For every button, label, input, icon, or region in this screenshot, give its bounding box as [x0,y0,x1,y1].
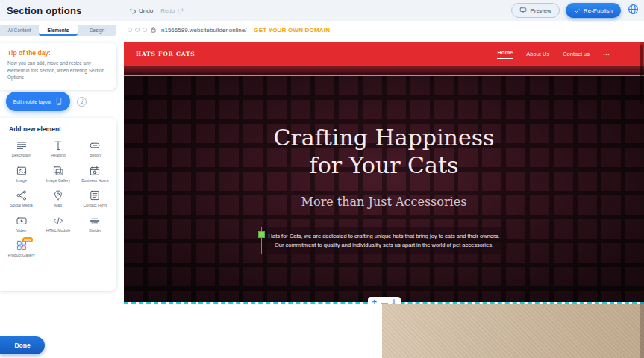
element-divider[interactable]: Divider [77,215,113,233]
element-social-media[interactable]: Social Media [3,189,40,208]
map-icon [52,189,64,201]
tip-body: Now you can add, move and resize any ele… [7,60,109,81]
description-icon [16,139,28,151]
element-image-gallery[interactable]: Image Gallery [40,165,76,183]
tab-design[interactable]: Design [78,25,116,36]
element-html-module[interactable]: HTML Module [40,215,76,233]
tip-title: Tip of the day: [7,49,109,57]
republish-button[interactable]: Re-Publish [566,3,621,18]
phone-icon [55,97,63,106]
image-icon [16,165,28,177]
element-label: Image Gallery [46,178,70,183]
sidebar: AI Content Elements Design Tip of the da… [0,21,124,358]
preview-label: Preview [530,7,551,14]
element-video[interactable]: Video [3,215,40,233]
hero-subheading[interactable]: More than Just Accessories [301,195,467,209]
social-media-icon [16,189,28,201]
get-own-domain-link[interactable]: GET YOUR OWN DOMAIN [254,27,330,34]
element-button[interactable]: Button [77,139,113,158]
element-label: Contact Form [84,203,107,208]
topbar-actions: Preview Re-Publish [511,3,640,18]
redo-button[interactable]: Redo [160,7,185,15]
scrollbar-track[interactable] [640,42,644,358]
contact-form-icon [89,189,101,201]
site-header[interactable]: Hats for Cats Home About Us Contact us ⋯ [124,42,644,66]
site-nav: Home About Us Contact us ⋯ [497,49,610,59]
tip-of-the-day-card: Tip of the day: Now you can add, move an… [0,43,116,90]
element-contact-form[interactable]: Contact Form [77,189,113,208]
edit-mobile-layout-button[interactable]: Edit mobile layout [6,92,70,111]
undo-icon [128,7,137,15]
element-label: Video [16,228,26,233]
video-icon [16,215,28,227]
language-globe-button[interactable] [627,3,640,18]
heading-icon [52,139,64,151]
new-badge: NEW [22,237,33,242]
hero-body-text: Hats for Cats, we are dedicated to craft… [269,233,500,248]
edit-mobile-row: Edit mobile layout i [6,92,87,111]
business-hours-icon [89,165,101,177]
element-description[interactable]: Description [3,139,40,158]
page-title: Section options [7,5,82,16]
redo-label: Redo [160,7,175,14]
html-module-icon [52,215,64,227]
image-gallery-icon [52,165,64,177]
element-grid: Description Heading Button Image Image G… [3,139,113,258]
nav-home[interactable]: Home [497,49,513,59]
window-dot-icon [135,28,140,32]
edit-mobile-label: Edit mobile layout [13,99,51,104]
element-label: Button [90,153,101,158]
hero-heading[interactable]: Crafting Happiness for Your Cats [257,124,511,180]
undo-label: Undo [139,7,153,14]
redo-icon [177,7,185,15]
check-icon [574,7,581,14]
element-label: Product Gallery [8,253,35,258]
info-icon[interactable]: i [77,97,87,107]
element-map[interactable]: Map [40,189,76,208]
scrollbar-thumb[interactable] [640,45,643,104]
next-section-image[interactable] [382,304,644,358]
add-element-title: Add new element [9,125,113,133]
element-image[interactable]: Image [3,165,40,183]
divider-icon [89,215,101,227]
topbar: Section options Undo Redo Preview Re-Pub… [0,0,644,21]
element-label: Social Media [10,203,33,208]
element-label: Image [16,178,26,183]
element-product-gallery[interactable]: NEW Product Gallery [3,239,40,258]
element-label: Heading [51,153,65,158]
selection-handle[interactable] [258,231,265,238]
sidebar-tabs: AI Content Elements Design [0,25,116,36]
hero-section[interactable]: Crafting Happiness for Your Cats More th… [124,76,644,302]
republish-label: Re-Publish [584,7,613,14]
preview-button[interactable]: Preview [511,3,559,18]
header-bottom-strip [124,66,644,75]
add-element-panel: Add new element Description Heading Butt… [0,118,116,291]
element-label: Description [12,153,31,158]
done-button[interactable]: Done [0,336,45,354]
sidebar-divider [6,333,116,333]
element-label: HTML Module [46,228,70,233]
site-canvas: n1566589.websitebuilder.online/ GET YOUR… [124,21,644,358]
button-icon [89,139,101,151]
element-label: Map [54,203,62,208]
window-dot-icon [128,28,132,32]
nav-about-us[interactable]: About Us [526,51,549,57]
monitor-icon [519,7,527,14]
tab-elements[interactable]: Elements [39,25,78,36]
element-business-hours[interactable]: Business Hours [77,165,113,183]
next-section [124,304,644,358]
globe-icon [627,3,640,16]
site-logo[interactable]: Hats for Cats [136,51,196,57]
nav-contact-us[interactable]: Contact us [563,51,590,57]
site-preview: Hats for Cats Home About Us Contact us ⋯… [124,42,644,358]
hero-text-box[interactable]: Hats for Cats, we are dedicated to craft… [261,227,507,254]
tab-ai-content[interactable]: AI Content [0,25,39,36]
undo-redo-group: Undo Redo [128,0,185,21]
element-heading[interactable]: Heading [40,139,76,158]
site-url: n1566589.websitebuilder.online/ [161,27,246,34]
element-label: Divider [89,228,101,233]
element-label: Business Hours [81,178,108,183]
nav-more-icon[interactable]: ⋯ [603,51,610,58]
undo-button[interactable]: Undo [128,7,153,15]
lock-icon [150,26,157,34]
